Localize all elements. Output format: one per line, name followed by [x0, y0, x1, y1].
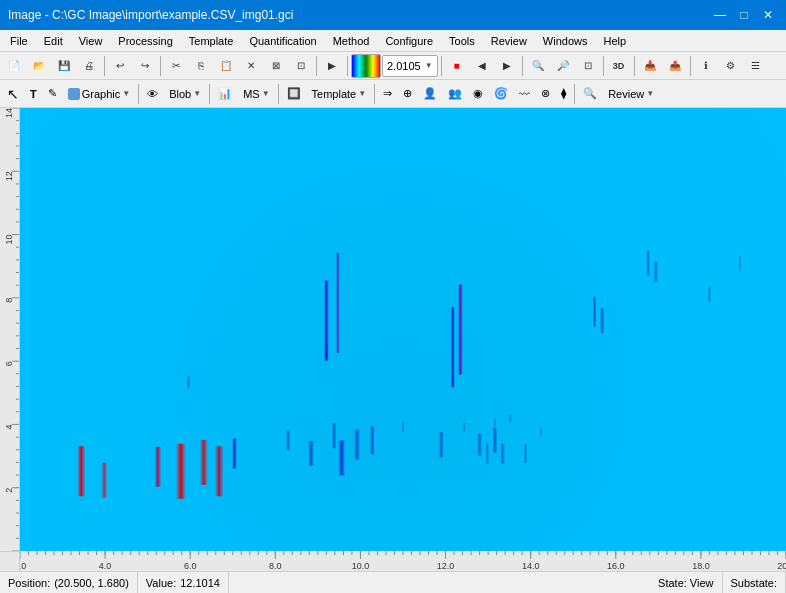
- zoom-dropdown[interactable]: 2.0105 ▼: [382, 55, 438, 77]
- review-icon-tool[interactable]: 🔍: [578, 83, 602, 105]
- menu-item-view[interactable]: View: [71, 30, 111, 51]
- tool-g[interactable]: 〰: [514, 83, 535, 105]
- status-bar: Position: (20.500, 1.680) Value: 12.1014…: [0, 571, 786, 593]
- eye-tool[interactable]: 👁: [142, 83, 163, 105]
- value-display: 12.1014: [180, 577, 220, 589]
- nav-prev-button[interactable]: ◀: [470, 54, 494, 78]
- tool-f[interactable]: 🌀: [489, 83, 513, 105]
- stop-button[interactable]: ■: [445, 54, 469, 78]
- open-button[interactable]: 📂: [27, 54, 51, 78]
- new-button[interactable]: 📄: [2, 54, 26, 78]
- print-button[interactable]: 🖨: [77, 54, 101, 78]
- tool1-button[interactable]: ▶: [320, 54, 344, 78]
- menu-item-edit[interactable]: Edit: [36, 30, 71, 51]
- zoom-caret: ▼: [425, 61, 433, 70]
- deselect-button[interactable]: ⊡: [289, 54, 313, 78]
- toolbar2: ↖ T ✎ Graphic ▼ 👁 Blob ▼ 📊 MS ▼ 🔲 Templa…: [0, 80, 786, 108]
- draw-tool[interactable]: ✎: [43, 83, 62, 105]
- blob-label: Blob: [169, 88, 191, 100]
- window-title: Image - C:\GC Image\import\example.CSV_i…: [8, 8, 293, 22]
- zoom-in-button[interactable]: 🔍: [526, 54, 550, 78]
- tool-e[interactable]: ◉: [468, 83, 488, 105]
- tool-i[interactable]: ⧫: [556, 83, 571, 105]
- tsep3: [278, 84, 279, 104]
- sep5: [441, 56, 442, 76]
- menu-item-processing[interactable]: Processing: [110, 30, 180, 51]
- import-button[interactable]: 📥: [638, 54, 662, 78]
- settings-button[interactable]: ⚙: [719, 54, 743, 78]
- tool-a[interactable]: ⇒: [378, 83, 397, 105]
- redo-button[interactable]: ↪: [133, 54, 157, 78]
- fit-button[interactable]: ⊡: [576, 54, 600, 78]
- tool-b[interactable]: ⊕: [398, 83, 417, 105]
- template-dropdown[interactable]: Template ▼: [307, 83, 372, 105]
- sep8: [634, 56, 635, 76]
- menu-item-tools[interactable]: Tools: [441, 30, 483, 51]
- left-ruler: [0, 108, 20, 551]
- graphic-icon: [68, 88, 80, 100]
- ms-dropdown[interactable]: MS ▼: [238, 83, 274, 105]
- export-button[interactable]: 📤: [663, 54, 687, 78]
- cut-button[interactable]: ✂: [164, 54, 188, 78]
- maximize-button[interactable]: □: [734, 5, 754, 25]
- graphic-label: Graphic: [82, 88, 121, 100]
- menu-item-quantification[interactable]: Quantification: [241, 30, 324, 51]
- select-button[interactable]: ⊠: [264, 54, 288, 78]
- review-dropdown[interactable]: Review ▼: [603, 83, 659, 105]
- paste-button[interactable]: 📋: [214, 54, 238, 78]
- main-image-canvas[interactable]: [20, 108, 786, 551]
- inner-wrapper: [0, 108, 786, 551]
- tool-h[interactable]: ⊗: [536, 83, 555, 105]
- nav-next-button[interactable]: ▶: [495, 54, 519, 78]
- value-section: Value: 12.1014: [138, 572, 229, 593]
- state-section: State: View: [650, 572, 722, 593]
- tsep4: [374, 84, 375, 104]
- menu-item-help[interactable]: Help: [595, 30, 634, 51]
- menu-item-configure[interactable]: Configure: [377, 30, 441, 51]
- pointer-tool[interactable]: ↖: [2, 83, 24, 105]
- blob-caret: ▼: [193, 89, 201, 98]
- 3d-button[interactable]: 3D: [607, 54, 631, 78]
- menu-item-review[interactable]: Review: [483, 30, 535, 51]
- copy-button[interactable]: ⎘: [189, 54, 213, 78]
- menu-item-windows[interactable]: Windows: [535, 30, 596, 51]
- extra-button[interactable]: ☰: [744, 54, 768, 78]
- chart-tool[interactable]: 📊: [213, 83, 237, 105]
- text-tool[interactable]: T: [25, 83, 42, 105]
- graphic-dropdown[interactable]: Graphic ▼: [63, 83, 135, 105]
- tsep1: [138, 84, 139, 104]
- blob-dropdown[interactable]: Blob ▼: [164, 83, 206, 105]
- toolbar1: 📄 📂 💾 🖨 ↩ ↪ ✂ ⎘ 📋 ✕ ⊠ ⊡ ▶ 2.0105 ▼ ■ ◀ ▶…: [0, 52, 786, 80]
- template-caret: ▼: [358, 89, 366, 98]
- position-label: Position:: [8, 577, 50, 589]
- sep7: [603, 56, 604, 76]
- close-button[interactable]: ✕: [758, 5, 778, 25]
- sep6: [522, 56, 523, 76]
- zoom-value: 2.0105: [387, 60, 421, 72]
- undo-button[interactable]: ↩: [108, 54, 132, 78]
- sep2: [160, 56, 161, 76]
- tsep5: [574, 84, 575, 104]
- info-button[interactable]: ℹ: [694, 54, 718, 78]
- position-value: (20.500, 1.680): [54, 577, 129, 589]
- color-button[interactable]: [351, 54, 381, 78]
- canvas-area[interactable]: [20, 108, 786, 551]
- sep3: [316, 56, 317, 76]
- bottom-ruler: [0, 551, 786, 571]
- minimize-button[interactable]: —: [710, 5, 730, 25]
- template-icon-tool[interactable]: 🔲: [282, 83, 306, 105]
- tool-d[interactable]: 👥: [443, 83, 467, 105]
- delete-button[interactable]: ✕: [239, 54, 263, 78]
- menu-item-file[interactable]: File: [2, 30, 36, 51]
- template-label: Template: [312, 88, 357, 100]
- menu-item-method[interactable]: Method: [325, 30, 378, 51]
- graphic-caret: ▼: [122, 89, 130, 98]
- zoom-out-button[interactable]: 🔎: [551, 54, 575, 78]
- ms-caret: ▼: [262, 89, 270, 98]
- state-label: State: View: [658, 577, 713, 589]
- tool-c[interactable]: 👤: [418, 83, 442, 105]
- menu-item-template[interactable]: Template: [181, 30, 242, 51]
- horizontal-ruler-canvas: [20, 551, 786, 571]
- save-button[interactable]: 💾: [52, 54, 76, 78]
- substate-label: Substate:: [731, 577, 777, 589]
